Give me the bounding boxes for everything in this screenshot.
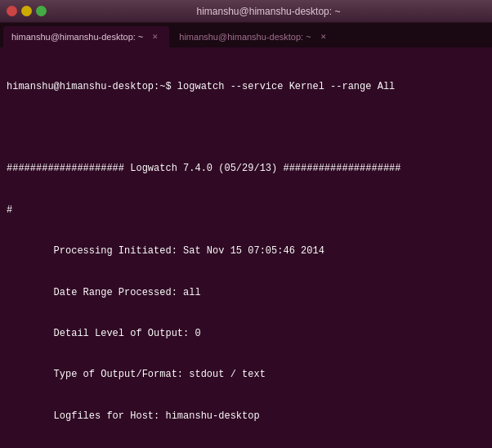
minimize-button[interactable] xyxy=(21,6,32,16)
maximize-button[interactable] xyxy=(36,6,47,16)
tab-1[interactable]: himanshu@himanshu-desktop: ~ ✕ xyxy=(3,26,169,47)
output-line-1: #################### Logwatch 7.4.0 (05/… xyxy=(7,162,485,176)
output-line-6: Type of Output/Format: stdout / text xyxy=(7,368,485,382)
tab-2-label: himanshu@himanshu-desktop: ~ xyxy=(179,32,311,42)
tab-2-close-icon[interactable]: ✕ xyxy=(318,31,329,43)
close-button[interactable] xyxy=(7,6,17,16)
tab-bar: himanshu@himanshu-desktop: ~ ✕ himanshu@… xyxy=(0,23,492,47)
window-controls[interactable] xyxy=(7,6,47,16)
output-line-7: Logfiles for Host: himanshu-desktop xyxy=(7,410,485,423)
output-line-2: # xyxy=(7,204,485,217)
tab-1-close-icon[interactable]: ✕ xyxy=(150,31,161,43)
output-line-5: Detail Level of Output: 0 xyxy=(7,327,485,341)
title-bar: himanshu@himanshu-desktop: ~ xyxy=(0,0,492,23)
output-line-4: Date Range Processed: all xyxy=(7,286,485,300)
tab-1-label: himanshu@himanshu-desktop: ~ xyxy=(11,32,143,42)
window-title: himanshu@himanshu-desktop: ~ xyxy=(51,6,485,17)
terminal-output: himanshu@himanshu-desktop:~$ logwatch --… xyxy=(0,47,492,448)
output-line-0 xyxy=(7,121,485,135)
output-line-3: Processing Initiated: Sat Nov 15 07:05:4… xyxy=(7,244,485,258)
tab-2[interactable]: himanshu@himanshu-desktop: ~ ✕ xyxy=(171,26,337,47)
command-prompt-line: himanshu@himanshu-desktop:~$ logwatch --… xyxy=(7,80,485,94)
